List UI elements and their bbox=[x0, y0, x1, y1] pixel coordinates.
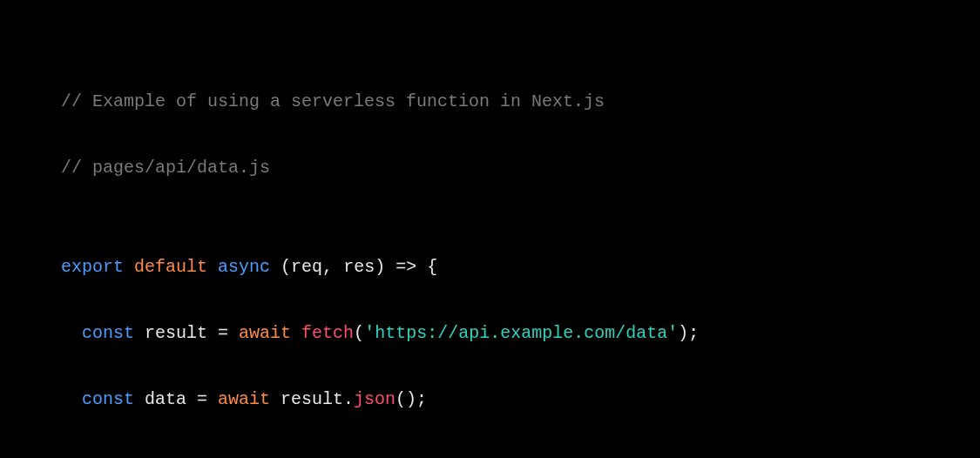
punct: ) bbox=[375, 257, 395, 277]
comment: // Example of using a serverless functio… bbox=[61, 91, 605, 111]
keyword-await: await bbox=[239, 323, 291, 343]
keyword-const: const bbox=[82, 323, 134, 343]
punct: ( bbox=[354, 323, 364, 343]
code-line-5: const result = await fetch('https://api.… bbox=[61, 317, 919, 350]
identifier: result. bbox=[270, 389, 354, 409]
keyword-default: default bbox=[134, 257, 207, 277]
punct: (); bbox=[395, 389, 427, 409]
comment: // pages/api/data.js bbox=[61, 158, 270, 178]
code-line-6: const data = await result.json(); bbox=[61, 383, 919, 416]
function-call: fetch bbox=[301, 323, 354, 343]
keyword-export: export bbox=[61, 257, 124, 277]
keyword-const: const bbox=[82, 389, 134, 409]
punct: = bbox=[197, 389, 218, 409]
string-literal: 'https://api.example.com/data' bbox=[364, 323, 678, 343]
punct: , bbox=[322, 257, 343, 277]
identifier: res bbox=[343, 257, 375, 277]
keyword-async: async bbox=[218, 257, 270, 277]
punct: ( bbox=[270, 257, 291, 277]
arrow: => bbox=[395, 257, 416, 277]
identifier: data bbox=[134, 389, 197, 409]
indent bbox=[61, 389, 82, 409]
code-line-2: // pages/api/data.js bbox=[61, 152, 919, 185]
identifier: req bbox=[291, 257, 322, 277]
keyword-await: await bbox=[218, 389, 270, 409]
code-line-4: export default async (req, res) => { bbox=[61, 251, 919, 284]
punct: ); bbox=[678, 323, 699, 343]
indent bbox=[61, 323, 82, 343]
brace: { bbox=[416, 257, 437, 277]
punct: = bbox=[218, 323, 239, 343]
code-line-1: // Example of using a serverless functio… bbox=[61, 85, 919, 118]
function-call: json bbox=[354, 389, 395, 409]
code-block: // Example of using a serverless functio… bbox=[61, 52, 919, 458]
space bbox=[291, 323, 301, 343]
identifier: result bbox=[134, 323, 218, 343]
